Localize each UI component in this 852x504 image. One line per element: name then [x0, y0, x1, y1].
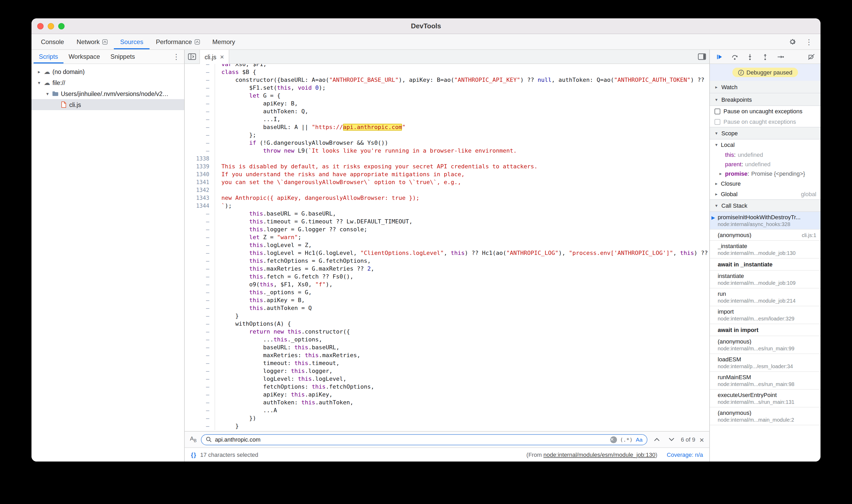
line-number[interactable]: –: [185, 352, 215, 359]
line-number[interactable]: –: [185, 296, 215, 304]
step-icon[interactable]: [775, 51, 785, 62]
chevron-right-icon[interactable]: ▸: [36, 69, 42, 74]
close-find-bar-icon[interactable]: ×: [699, 435, 704, 444]
breakpoints-section-header[interactable]: ▾ Breakpoints: [710, 93, 820, 106]
line-number[interactable]: –: [185, 84, 215, 92]
callstack-frame-anonymous[interactable]: (anonymous)cli.js:1: [710, 230, 820, 241]
line-number[interactable]: –: [185, 233, 215, 241]
line-number[interactable]: –: [185, 123, 215, 131]
clear-search-icon[interactable]: ✕: [610, 436, 617, 443]
navigator-tab-snippets[interactable]: Snippets: [105, 50, 140, 64]
line-number[interactable]: –: [185, 147, 215, 155]
checkbox-icon[interactable]: [714, 119, 720, 125]
step-over-icon[interactable]: [729, 51, 740, 62]
scope-variable-this[interactable]: this: undefined: [710, 150, 820, 159]
pretty-print-icon[interactable]: { }: [191, 452, 195, 458]
callstack-frame-runmainesm[interactable]: runMainESMnode:internal/m...es/run_main:…: [710, 372, 820, 390]
navigator-more-icon[interactable]: ⋮: [173, 50, 184, 64]
line-number[interactable]: –: [185, 328, 215, 336]
line-number[interactable]: –: [185, 76, 215, 84]
scope-section-header[interactable]: ▾ Scope: [710, 127, 820, 140]
close-window-button[interactable]: [37, 23, 43, 29]
line-number[interactable]: –: [185, 131, 215, 139]
tree-item-file[interactable]: ▾☁file://: [32, 77, 184, 88]
line-number[interactable]: –: [185, 414, 215, 422]
line-number[interactable]: –: [185, 241, 215, 249]
line-number[interactable]: –: [185, 304, 215, 312]
more-options-icon[interactable]: ⋮: [804, 36, 814, 47]
code-editor[interactable]: –var Xs0, $F1,–class $B {– constructor({…: [185, 64, 709, 431]
scope-closure-header[interactable]: ▸ Closure: [710, 178, 820, 189]
coverage-link[interactable]: Coverage: n/a: [667, 452, 703, 458]
line-number[interactable]: 1340: [185, 170, 215, 178]
line-number[interactable]: –: [185, 391, 215, 399]
tab-console[interactable]: Console: [35, 34, 70, 49]
line-number[interactable]: –: [185, 336, 215, 343]
line-number[interactable]: –: [185, 343, 215, 352]
callstack-frame-loadesm[interactable]: loadESMnode:internal/p.../esm_loader:34: [710, 354, 820, 372]
line-number[interactable]: –: [185, 108, 215, 115]
next-match-icon[interactable]: [666, 434, 676, 445]
line-number[interactable]: –: [185, 399, 215, 407]
line-number[interactable]: –: [185, 249, 215, 257]
line-number[interactable]: –: [185, 422, 215, 430]
zoom-window-button[interactable]: [58, 23, 65, 29]
previous-match-icon[interactable]: [651, 434, 662, 445]
line-number[interactable]: –: [185, 367, 215, 375]
search-input[interactable]: api.anthropic.com ✕ (.*) Aa: [201, 434, 647, 445]
callstack-frame-anonymous[interactable]: (anonymous)node:internal/m...main_module…: [710, 408, 820, 425]
line-number[interactable]: –: [185, 92, 215, 100]
source-origin-link[interactable]: node:internal/modules/esm/module_job:130: [544, 452, 656, 458]
deactivate-breakpoints-icon[interactable]: [806, 51, 816, 62]
match-case-toggle-icon[interactable]: Aa: [636, 436, 643, 443]
line-number[interactable]: –: [185, 407, 215, 414]
toggle-navigator-icon[interactable]: [185, 50, 199, 64]
replace-toggle-icon[interactable]: AB: [190, 436, 196, 443]
close-tab-icon[interactable]: ×: [220, 53, 224, 61]
line-number[interactable]: –: [185, 226, 215, 233]
callstack-section-header[interactable]: ▾ Call Stack: [710, 199, 820, 212]
scope-variable-parent[interactable]: parent: undefined: [710, 159, 820, 169]
scope-global-header[interactable]: ▸ Global global: [710, 189, 820, 199]
tab-sources[interactable]: Sources: [114, 34, 149, 49]
line-number[interactable]: –: [185, 68, 215, 76]
breakpoint-toggle-pause-on-caught-exceptions[interactable]: Pause on caught exceptions: [710, 116, 820, 127]
search-query[interactable]: api.anthropic.com: [215, 436, 607, 443]
line-number[interactable]: 1344: [185, 202, 215, 210]
step-out-icon[interactable]: [760, 51, 770, 62]
breakpoint-toggle-pause-on-uncaught-exceptions[interactable]: Pause on uncaught exceptions: [710, 106, 820, 116]
line-number[interactable]: –: [185, 139, 215, 147]
tab-memory[interactable]: Memory: [206, 34, 242, 49]
tree-item-cli-js[interactable]: cli.js: [32, 99, 184, 110]
callstack-frame-instantiate[interactable]: _instantiatenode:internal/m...module_job…: [710, 241, 820, 258]
line-number[interactable]: –: [185, 257, 215, 265]
watch-section-header[interactable]: ▸ Watch: [710, 81, 820, 93]
line-number[interactable]: –: [185, 115, 215, 123]
callstack-frame-run[interactable]: runnode:internal/m...module_job:214: [710, 288, 820, 306]
line-number[interactable]: –: [185, 64, 215, 68]
navigator-tab-workspace[interactable]: Workspace: [63, 50, 105, 64]
toggle-debugger-sidebar-icon[interactable]: [695, 50, 709, 64]
minimize-window-button[interactable]: [48, 23, 54, 29]
checkbox-icon[interactable]: [714, 108, 720, 114]
tab-network[interactable]: Network: [70, 34, 114, 49]
line-number[interactable]: 1338: [185, 155, 215, 163]
callstack-frame-import[interactable]: importnode:internal/m...esm/loader:329: [710, 306, 820, 324]
line-number[interactable]: –: [185, 312, 215, 320]
line-number[interactable]: –: [185, 273, 215, 281]
tree-item-no-domain[interactable]: ▸☁(no domain): [32, 66, 184, 77]
file-tab-clijs[interactable]: cli.js ×: [199, 50, 229, 64]
callstack-frame-anonymous[interactable]: (anonymous)node:internal/m...es/run_main…: [710, 336, 820, 354]
line-number[interactable]: –: [185, 100, 215, 108]
line-number[interactable]: –: [185, 218, 215, 226]
chevron-right-icon[interactable]: ▸: [718, 171, 723, 176]
regex-toggle-icon[interactable]: (.*): [620, 437, 633, 443]
settings-icon[interactable]: [787, 36, 797, 47]
line-number[interactable]: –: [185, 375, 215, 383]
line-number[interactable]: –: [185, 210, 215, 218]
line-number[interactable]: 1339: [185, 163, 215, 170]
callstack-frame-executeuserentrypoint[interactable]: executeUserEntryPointnode:internal/m...s…: [710, 390, 820, 408]
line-number[interactable]: 1342: [185, 186, 215, 194]
tab-performance[interactable]: Performance: [149, 34, 206, 49]
chevron-down-icon[interactable]: ▾: [44, 91, 51, 96]
